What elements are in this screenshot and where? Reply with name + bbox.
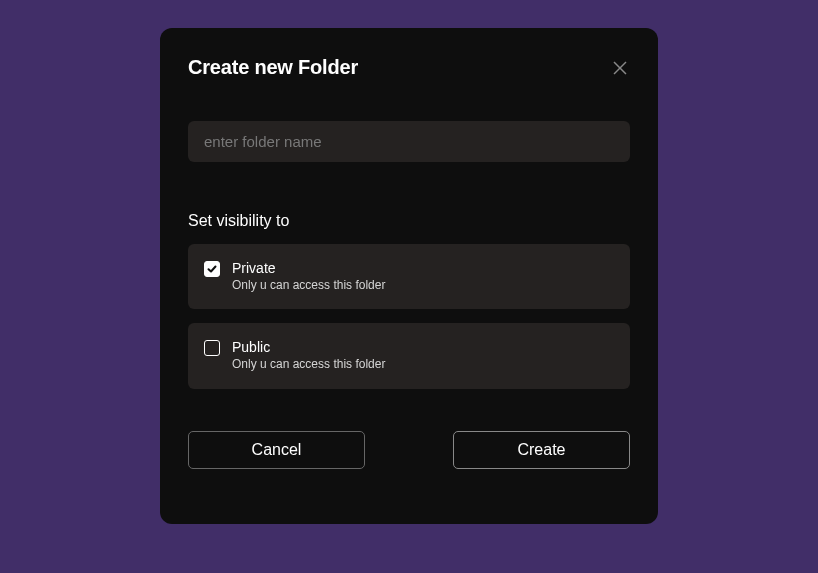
visibility-label: Set visibility to bbox=[188, 212, 630, 230]
option-desc-public: Only u can access this folder bbox=[232, 357, 385, 373]
modal-title: Create new Folder bbox=[188, 56, 358, 79]
option-desc-private: Only u can access this folder bbox=[232, 278, 385, 294]
visibility-option-private[interactable]: Private Only u can access this folder bbox=[188, 244, 630, 309]
checkbox-private[interactable] bbox=[204, 261, 220, 277]
create-button[interactable]: Create bbox=[453, 431, 630, 469]
checkbox-public[interactable] bbox=[204, 340, 220, 356]
checkmark-icon bbox=[207, 264, 217, 274]
option-title-public: Public bbox=[232, 339, 385, 356]
folder-name-input[interactable] bbox=[188, 121, 630, 162]
option-text: Public Only u can access this folder bbox=[232, 339, 385, 372]
create-folder-modal: Create new Folder Set visibility to Priv… bbox=[160, 28, 658, 524]
close-button[interactable] bbox=[610, 58, 630, 78]
cancel-button[interactable]: Cancel bbox=[188, 431, 365, 469]
option-title-private: Private bbox=[232, 260, 385, 277]
option-text: Private Only u can access this folder bbox=[232, 260, 385, 293]
modal-header: Create new Folder bbox=[188, 56, 630, 79]
button-row: Cancel Create bbox=[188, 431, 630, 469]
close-icon bbox=[613, 61, 627, 75]
visibility-option-public[interactable]: Public Only u can access this folder bbox=[188, 323, 630, 388]
